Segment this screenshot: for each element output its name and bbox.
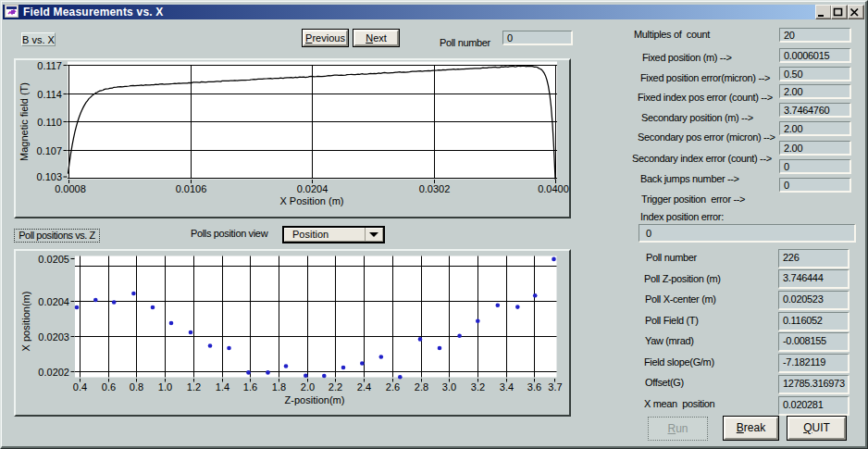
svg-text:0.4: 0.4 [73,381,87,393]
svg-text:2.6: 2.6 [386,381,400,393]
svg-text:3.4: 3.4 [500,381,514,393]
svg-text:0.0302: 0.0302 [419,183,451,194]
svg-text:2.8: 2.8 [415,381,428,393]
svg-text:1.2: 1.2 [187,381,201,393]
svg-text:0.0205: 0.0205 [38,254,69,265]
svg-text:3.7: 3.7 [548,381,562,393]
svg-text:0.103: 0.103 [36,171,62,182]
svg-text:3.0: 3.0 [442,381,456,393]
svg-text:2.4: 2.4 [357,381,371,393]
svg-text:0.0008: 0.0008 [55,183,86,194]
svg-text:1.4: 1.4 [216,381,229,393]
svg-text:1.6: 1.6 [243,381,257,393]
svg-text:3.2: 3.2 [471,381,485,393]
svg-text:0.0202: 0.0202 [38,367,69,378]
svg-text:3.6: 3.6 [527,381,541,393]
svg-text:0.8: 0.8 [130,381,143,393]
svg-text:0.0204: 0.0204 [38,296,69,307]
svg-text:0.117: 0.117 [37,60,62,71]
svg-text:0.0106: 0.0106 [176,183,207,194]
svg-text:2.0: 2.0 [301,381,315,393]
svg-text:0.0204: 0.0204 [297,183,329,194]
svg-text:1.0: 1.0 [158,381,172,393]
svg-text:2.2: 2.2 [329,381,342,393]
svg-text:0.6: 0.6 [102,381,116,393]
svg-text:0.0203: 0.0203 [38,331,69,343]
svg-text:Z-position(m): Z-position(m) [285,394,345,405]
svg-text:Magnetic field (T): Magnetic field (T) [19,82,30,161]
svg-text:X position(m): X position(m) [20,292,31,352]
svg-text:0.114: 0.114 [37,89,62,100]
svg-text:1.8: 1.8 [272,381,286,393]
svg-text:0.0400: 0.0400 [538,183,569,194]
svg-text:X Position (m): X Position (m) [279,195,343,206]
svg-text:0.110: 0.110 [37,117,62,128]
svg-text:0.107: 0.107 [36,145,62,156]
